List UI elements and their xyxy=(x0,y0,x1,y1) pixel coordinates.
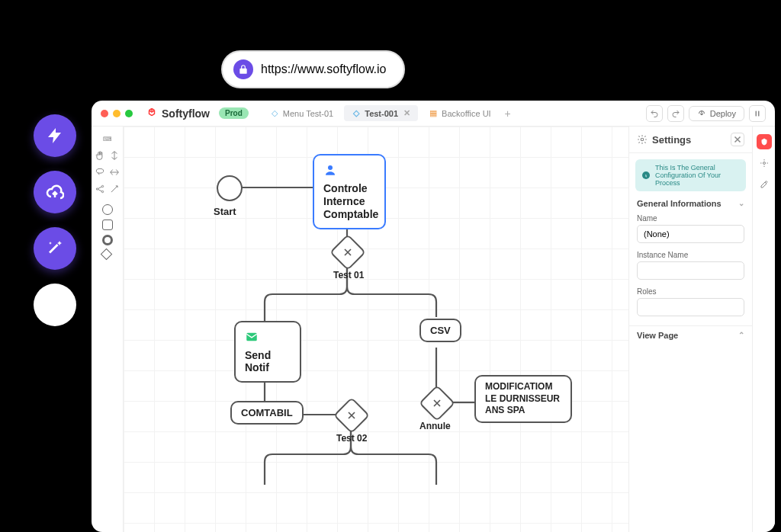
tabs: ◇ Menu Test-01 ◇ Test-001 ✕ ▦ Backoffice… xyxy=(262,105,640,121)
tab-backoffice-ui[interactable]: ▦ Backoffice UI xyxy=(421,106,499,121)
flow-icon: ◇ xyxy=(352,109,361,118)
canvas[interactable]: Start Controle Internce Comptable Test 0… xyxy=(124,127,628,532)
tab-close-icon[interactable]: ✕ xyxy=(403,108,410,118)
side-action-lightning[interactable] xyxy=(34,114,76,157)
titlebar: Softyflow Prod ◇ Menu Test-01 ◇ Test-001… xyxy=(92,101,775,127)
brand-icon xyxy=(146,107,157,120)
share-tool[interactable] xyxy=(94,183,106,195)
field-name-input[interactable] xyxy=(637,225,744,243)
align-tool[interactable] xyxy=(108,149,121,162)
svg-point-4 xyxy=(101,185,103,187)
distribute-tool[interactable] xyxy=(108,166,121,178)
gateway-test02-label: Test 02 xyxy=(336,433,367,444)
env-badge: Prod xyxy=(219,107,249,119)
window-max[interactable] xyxy=(125,110,133,117)
app-window: Softyflow Prod ◇ Menu Test-01 ◇ Test-001… xyxy=(92,101,775,532)
side-action-cloud-upload[interactable] xyxy=(34,171,76,213)
mail-icon xyxy=(245,330,291,346)
side-action-blank[interactable] xyxy=(34,284,76,326)
svg-point-5 xyxy=(101,191,103,192)
rail-tools[interactable] xyxy=(757,177,772,192)
url-text: https://www.softyflow.io xyxy=(261,62,387,76)
node-comtabil[interactable]: COMTABIL xyxy=(230,401,304,425)
window-close[interactable] xyxy=(101,110,108,117)
gateway-test01-label: Test 01 xyxy=(333,270,364,280)
svg-point-2 xyxy=(96,168,103,173)
undo-button[interactable] xyxy=(646,105,663,122)
gateway-annule-label: Annule xyxy=(419,421,451,431)
field-instance-name-input[interactable] xyxy=(637,261,744,280)
flow-icon: ◇ xyxy=(270,109,279,118)
right-rail xyxy=(752,127,775,532)
tab-add-button[interactable]: + xyxy=(502,107,514,120)
tool-palette: ⌨ xyxy=(92,127,124,532)
lasso-tool[interactable] xyxy=(94,166,106,178)
node-csv[interactable]: CSV xyxy=(419,319,461,342)
section-view-page[interactable]: View Page ⌃ xyxy=(629,326,752,345)
rail-action-primary[interactable] xyxy=(757,134,772,149)
svg-rect-0 xyxy=(756,111,757,116)
shape-gateway[interactable] xyxy=(100,248,112,261)
field-name-label: Name xyxy=(637,214,744,223)
svg-point-10 xyxy=(763,162,765,165)
shape-circle[interactable] xyxy=(102,204,113,215)
hand-tool[interactable] xyxy=(94,149,106,162)
shape-end[interactable] xyxy=(102,235,113,245)
side-action-wand[interactable] xyxy=(34,227,76,270)
keyboard-icon[interactable]: ⌨ xyxy=(101,133,114,145)
node-start[interactable] xyxy=(217,175,243,201)
chevron-down-icon: ⌄ xyxy=(738,199,744,208)
user-icon xyxy=(323,163,375,179)
gateway-annule[interactable] xyxy=(419,385,455,421)
svg-point-6 xyxy=(328,165,333,170)
field-roles-input[interactable] xyxy=(637,298,744,316)
node-start-label: Start xyxy=(214,206,236,217)
settings-close-button[interactable] xyxy=(731,133,744,146)
window-min[interactable] xyxy=(113,110,121,117)
tab-menu-test-01[interactable]: ◇ Menu Test-01 xyxy=(262,106,341,121)
tab-test-001[interactable]: ◇ Test-001 ✕ xyxy=(344,105,418,121)
window-controls xyxy=(101,110,133,117)
info-icon xyxy=(641,171,651,180)
info-banner: This Is The General Configuration Of You… xyxy=(635,159,746,191)
field-roles-label: Roles xyxy=(637,287,744,296)
settings-panel: Settings This Is The General Configurati… xyxy=(628,127,775,532)
brand: Softyflow xyxy=(146,107,210,120)
lock-icon xyxy=(233,59,253,79)
svg-point-3 xyxy=(96,188,98,190)
connector-tool[interactable] xyxy=(108,183,121,195)
settings-title: Settings xyxy=(652,134,691,146)
gateway-test02[interactable] xyxy=(333,397,370,434)
section-general[interactable]: General Informations ⌄ xyxy=(629,194,752,213)
rail-settings[interactable] xyxy=(757,155,772,171)
svg-point-8 xyxy=(641,138,644,141)
gateway-test01[interactable] xyxy=(329,234,366,271)
node-send-notif[interactable]: Send Notif xyxy=(234,321,301,383)
svg-rect-1 xyxy=(758,111,760,116)
gear-icon xyxy=(637,134,648,145)
ui-icon: ▦ xyxy=(429,109,438,118)
chevron-up-icon: ⌃ xyxy=(738,331,744,340)
shape-square[interactable] xyxy=(102,220,113,230)
node-controle[interactable]: Controle Internce Comptable xyxy=(313,154,386,229)
redo-button[interactable] xyxy=(667,105,684,122)
url-chip: https://www.softyflow.io xyxy=(221,50,405,88)
node-modification[interactable]: MODIFICATIOM LE DURNISSEUR ANS SPA xyxy=(474,375,572,423)
deploy-button[interactable]: Deploy xyxy=(689,106,744,121)
pause-button[interactable] xyxy=(749,105,766,122)
field-instance-name-label: Instance Name xyxy=(637,251,744,259)
